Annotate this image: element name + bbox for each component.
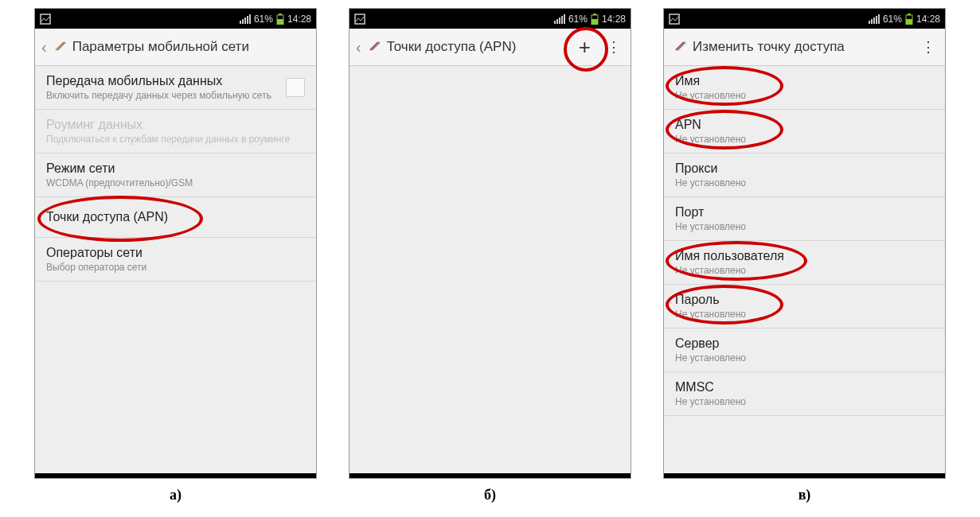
row-apn[interactable]: Точки доступа (APN) <box>35 197 316 238</box>
add-apn-button[interactable]: + <box>571 35 599 60</box>
row-label: Сервер <box>675 336 934 351</box>
svg-line-31 <box>676 42 684 50</box>
nav-bar <box>349 473 631 478</box>
svg-rect-1 <box>240 21 241 24</box>
caption-a: а) <box>34 487 317 503</box>
status-bar: 61% 14:28 <box>35 9 316 29</box>
svg-rect-15 <box>561 16 563 24</box>
phone-screen-b: 61% 14:28 ‹ Точки доступа (APN) + ⋮ <box>349 8 631 479</box>
row-apn[interactable]: APN Не установлено <box>664 110 945 154</box>
page-title: Параметры мобильной сети <box>72 39 310 55</box>
row-sublabel: Не установлено <box>675 265 934 276</box>
battery-icon <box>591 14 599 25</box>
apn-edit-list: Имя Не установлено APN Не установлено Пр… <box>664 66 945 473</box>
svg-rect-22 <box>670 14 679 24</box>
row-mmsc[interactable]: MMSC Не установлено <box>664 372 945 416</box>
svg-rect-26 <box>876 16 877 24</box>
page-title: Точки доступа (APN) <box>387 39 566 55</box>
signal-icon <box>554 14 565 24</box>
phone-screen-a: 61% 14:28 ‹ Параметры мобильной сети Пер… <box>34 8 317 479</box>
settings-list: Передача мобильных данных Включить перед… <box>35 66 316 473</box>
row-name[interactable]: Имя Не установлено <box>664 66 945 110</box>
row-label: Пароль <box>675 293 934 307</box>
row-label: Имя пользователя <box>675 249 934 263</box>
row-sublabel: Не установлено <box>675 134 934 145</box>
battery-percent: 61% <box>568 14 588 25</box>
svg-rect-14 <box>559 17 560 24</box>
clock-time: 14:28 <box>287 14 311 25</box>
header: ‹ Параметры мобильной сети <box>35 29 316 66</box>
row-operators[interactable]: Операторы сети Выбор оператора сети <box>35 238 316 282</box>
clock-time: 14:28 <box>916 14 940 25</box>
row-sublabel: Подключаться к службам передачи данных в… <box>46 134 305 145</box>
row-label: Передача мобильных данных <box>46 74 286 88</box>
tools-icon <box>53 38 68 56</box>
battery-icon <box>905 14 913 25</box>
row-label: Роуминг данных <box>46 118 305 132</box>
row-password[interactable]: Пароль Не установлено <box>664 285 945 328</box>
row-network-mode[interactable]: Режим сети WCDMA (предпочтительно)/GSM <box>35 154 316 197</box>
caption-v: в) <box>663 487 946 503</box>
row-proxy[interactable]: Прокси Не установлено <box>664 154 945 197</box>
svg-rect-30 <box>906 19 912 25</box>
battery-icon <box>276 14 284 25</box>
status-bar: 61% 14:28 <box>349 9 631 29</box>
screenshot-icon <box>669 14 680 25</box>
apn-list-empty <box>349 66 631 473</box>
status-bar: 61% 14:28 <box>664 9 945 29</box>
row-label: Режим сети <box>46 161 305 176</box>
row-sublabel: Не установлено <box>675 90 934 101</box>
row-label: Прокси <box>675 161 934 176</box>
svg-line-10 <box>57 42 65 50</box>
svg-line-9 <box>56 42 64 50</box>
clock-time: 14:28 <box>602 14 626 25</box>
svg-rect-0 <box>41 14 50 24</box>
svg-line-20 <box>370 42 378 50</box>
svg-rect-8 <box>277 19 283 25</box>
row-sublabel: Не установлено <box>675 221 934 232</box>
svg-rect-19 <box>592 19 598 25</box>
row-username[interactable]: Имя пользователя Не установлено <box>664 241 945 285</box>
row-label: APN <box>675 118 934 132</box>
row-sublabel: Не установлено <box>675 396 934 407</box>
svg-rect-12 <box>554 21 556 24</box>
phone-screen-v: 61% 14:28 Изменить точку доступа ⋮ Имя Н… <box>663 8 946 479</box>
back-icon[interactable]: ‹ <box>41 38 49 56</box>
back-icon[interactable]: ‹ <box>356 38 363 56</box>
row-label: MMSC <box>675 380 934 395</box>
menu-overflow-icon[interactable]: ⋮ <box>603 45 624 49</box>
screenshot-icon <box>40 14 51 25</box>
tools-icon <box>670 38 688 56</box>
nav-bar <box>664 473 945 478</box>
svg-line-32 <box>677 42 685 50</box>
row-sublabel: Включить передачу данных через мобильную… <box>46 90 286 101</box>
svg-rect-25 <box>873 17 875 24</box>
svg-rect-4 <box>247 16 248 24</box>
nav-bar <box>35 473 316 478</box>
battery-percent: 61% <box>254 14 273 25</box>
row-label: Имя <box>675 74 934 88</box>
svg-rect-24 <box>871 19 873 24</box>
svg-rect-3 <box>244 17 246 24</box>
row-sublabel: Не установлено <box>675 352 934 363</box>
row-sublabel: Выбор оператора сети <box>46 262 305 273</box>
battery-percent: 61% <box>883 14 902 25</box>
signal-icon <box>869 14 880 24</box>
svg-line-21 <box>372 42 380 50</box>
row-label: Точки доступа (APN) <box>46 210 305 224</box>
menu-overflow-icon[interactable]: ⋮ <box>918 45 939 49</box>
svg-rect-5 <box>249 14 251 24</box>
svg-rect-13 <box>556 19 558 24</box>
svg-rect-2 <box>242 19 244 24</box>
row-sublabel: WCDMA (предпочтительно)/GSM <box>46 177 305 189</box>
row-mobile-data[interactable]: Передача мобильных данных Включить перед… <box>35 66 316 110</box>
row-sublabel: Не установлено <box>675 309 934 320</box>
row-label: Порт <box>675 205 934 220</box>
row-port[interactable]: Порт Не установлено <box>664 197 945 241</box>
row-label: Операторы сети <box>46 246 305 260</box>
row-server[interactable]: Сервер Не установлено <box>664 328 945 372</box>
header: ‹ Точки доступа (APN) + ⋮ <box>349 29 631 66</box>
checkbox[interactable] <box>286 78 305 97</box>
caption-b: б) <box>349 487 631 503</box>
svg-rect-11 <box>355 14 365 24</box>
